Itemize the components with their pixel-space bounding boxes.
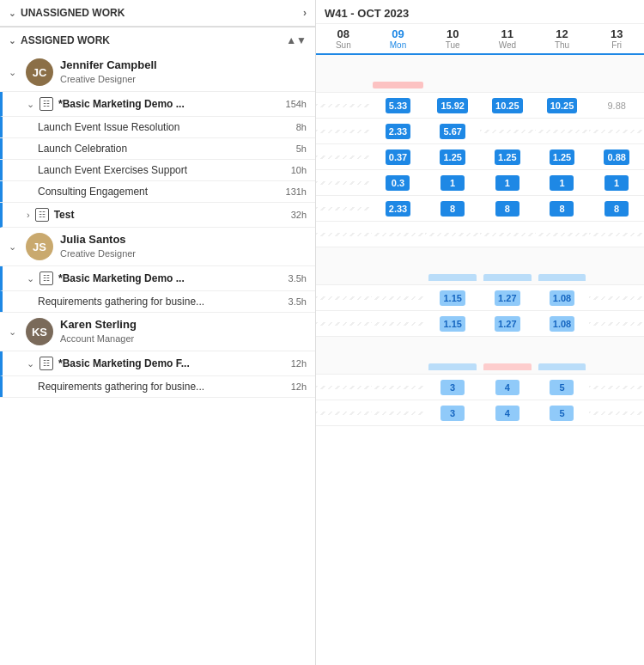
task-hours-jennifer-4: 131h: [286, 186, 307, 197]
val-julia-t1-wed: 1.27: [495, 316, 519, 332]
task-row-jennifer-1: Launch Event Issue Resolution 8h: [0, 117, 315, 138]
gantt-julia-person-row: [316, 247, 644, 285]
gantt-jennifer-t3-tue: 1: [425, 174, 480, 192]
gantt-jennifer-p2: [316, 222, 644, 247]
project-icon-karen-1: ☷: [39, 357, 53, 370]
task-name-jennifer-3: Launch Event Exercises Support: [38, 164, 291, 176]
gantt-jennifer-t2-fri: 0.88: [589, 148, 644, 167]
gantt-jennifer-p2-tue: [425, 233, 480, 236]
gantt-jennifer-p1-fri: 9.88: [589, 99, 644, 113]
karen-chevron-icon: ⌄: [9, 326, 19, 338]
project-icon-julia-1: ☷: [39, 271, 53, 285]
gantt-jennifer-t1-tue: 5.67: [425, 122, 480, 141]
task-bar-julia-1: [0, 291, 3, 312]
gantt-julia-person-sun: [316, 279, 371, 283]
gantt-julia-person-wed: [480, 272, 535, 283]
person-row-jennifer[interactable]: ⌄ JC Jennifer Campbell Creative Designer: [0, 53, 315, 92]
task-bar-jennifer-3: [0, 160, 3, 180]
julia-p1-chevron-icon: ⌄: [27, 273, 34, 284]
project-row-julia-1[interactable]: ⌄ ☷ *Basic Marketing Demo ... 3.5h: [0, 266, 315, 291]
gantt-jennifer-p2-wed: [480, 233, 535, 236]
jennifer-p2-name: Test: [54, 209, 286, 221]
gantt-karen-t1: 3 4 5: [316, 400, 644, 426]
val-jennifer-t4-fri: 8: [605, 201, 629, 217]
gantt-karen-t1-wed: 4: [480, 404, 535, 423]
gantt-jennifer-t1-thu: [535, 130, 590, 133]
val-jennifer-t2-fri: 0.88: [604, 149, 629, 165]
val-julia-p1-tue: 1.15: [440, 290, 465, 306]
task-bar-jennifer-4: [0, 181, 3, 202]
val-jennifer-p1-thu: 10.25: [547, 98, 578, 113]
gantt-jennifer-t4-fri: 8: [589, 199, 644, 218]
gantt-jennifer-t4-thu: 8: [535, 199, 590, 218]
task-hours-karen-1: 12h: [291, 381, 307, 392]
gantt-karen-person-sun: [316, 369, 371, 372]
gantt-karen-t1-mon: [371, 412, 426, 415]
gantt-julia-t1-mon: [371, 322, 426, 326]
julia-p1-hours: 3.5h: [289, 273, 307, 284]
filter-icon[interactable]: ▲▼: [286, 34, 307, 46]
gantt-julia-p1-summary: 1.15 1.27 1.08: [316, 285, 644, 311]
val-karen-t1-wed: 4: [495, 406, 519, 421]
gantt-julia-t1: 1.15 1.27 1.08: [316, 311, 644, 337]
task-name-jennifer-1: Launch Event Issue Resolution: [38, 121, 296, 133]
jennifer-p2-hours: 32h: [291, 210, 307, 220]
gantt-jennifer-t4-sun: [316, 207, 371, 210]
unassigned-arrow-icon: ›: [303, 7, 307, 19]
task-bar-jennifer-1: [0, 117, 3, 137]
gantt-julia-bar-wed: [483, 274, 532, 281]
gantt-jennifer-t1: 2.33 5.67: [316, 119, 644, 144]
day-col-13: 13 Fri: [589, 24, 644, 53]
julia-info: Julia Santos Creative Designer: [60, 233, 136, 259]
day-col-08: 08 Sun: [316, 24, 371, 53]
gantt-julia-p1-fri: [589, 296, 644, 300]
val-karen-p1-tue: 3: [440, 380, 465, 395]
task-row-jennifer-3: Launch Event Exercises Support 10h: [0, 160, 315, 181]
gantt-jennifer-p1-thu: 10.25: [535, 96, 590, 115]
gantt-jennifer-t3-wed: 1: [480, 174, 535, 192]
gantt-jennifer-overflow-sun: [316, 87, 371, 90]
project-row-karen-1[interactable]: ⌄ ☷ *Basic Marketing Demo F... 12h: [0, 351, 315, 376]
gantt-jennifer-t2-wed: 1.25: [480, 148, 535, 167]
gantt-jennifer-p1-sun: [316, 104, 371, 107]
val-karen-p1-wed: 4: [495, 380, 519, 395]
val-jennifer-t3-fri: 1: [605, 175, 629, 191]
gantt-jennifer-t3: 0.3 1 1 1 1: [316, 170, 644, 196]
gantt-jennifer-p1-wed: 10.25: [480, 96, 535, 115]
gantt-jennifer-t4: 2.33 8 8 8 8: [316, 196, 644, 222]
gantt-karen-person-thu: [535, 362, 590, 372]
right-panel: W41 - OCT 2023 08 Sun 09 Mon 10 Tue 11 W…: [316, 0, 644, 665]
gantt-jennifer-t2-mon: 0.37: [371, 148, 426, 167]
gantt-julia-t1-thu: 1.08: [535, 314, 590, 333]
gantt-jennifer-t4-mon: 2.33: [371, 199, 426, 218]
karen-role: Account Manager: [60, 332, 137, 345]
task-row-jennifer-4: Consulting Engagement 131h: [0, 181, 315, 203]
person-row-julia[interactable]: ⌄ JS Julia Santos Creative Designer: [0, 228, 315, 266]
gantt-julia-t1-wed: 1.27: [480, 314, 535, 333]
project-icon-jennifer-1: ☷: [39, 97, 53, 111]
unassigned-section-header[interactable]: ⌄ UNASSIGNED WORK ›: [0, 0, 315, 27]
val-julia-t1-tue: 1.15: [440, 316, 465, 332]
task-row-julia-1: Requirements gathering for busine... 3.5…: [0, 291, 315, 313]
val-jennifer-t2-thu: 1.25: [550, 149, 574, 165]
gantt-jennifer-overflow-mon: [371, 80, 426, 90]
project-row-jennifer-1[interactable]: ⌄ ☷ *Basic Marketing Demo ... 154h: [0, 92, 315, 117]
gantt-content: 5.33 15.92 10.25 10.25 9.88 2.33 5.67 0.…: [316, 55, 644, 665]
project-row-jennifer-2[interactable]: › ☷ Test 32h: [0, 203, 315, 228]
gantt-jennifer-t1-wed: [480, 130, 535, 133]
val-julia-t1-thu: 1.08: [550, 316, 574, 332]
avatar-julia: JS: [26, 233, 53, 260]
gantt-jennifer-t3-mon: 0.3: [371, 174, 426, 192]
val-jennifer-p1-mon: 5.33: [386, 98, 410, 113]
gantt-jennifer-t1-sun: [316, 130, 371, 133]
assigned-section-header[interactable]: ⌄ ASSIGNED WORK ▲▼: [0, 27, 315, 53]
person-row-karen[interactable]: ⌄ KS Karen Sterling Account Manager: [0, 313, 315, 351]
jennifer-p2-chevron-icon: ›: [27, 210, 30, 220]
avatar-karen: KS: [26, 318, 53, 345]
gantt-week-label: W41 - OCT 2023: [325, 7, 409, 20]
val-jennifer-t4-mon: 2.33: [386, 201, 410, 217]
gantt-jennifer-t4-tue: 8: [425, 199, 480, 218]
gantt-jennifer-overflow-wed: [480, 87, 535, 90]
gantt-karen-p1-fri: [589, 386, 644, 389]
jennifer-p1-name: *Basic Marketing Demo ...: [58, 98, 281, 110]
